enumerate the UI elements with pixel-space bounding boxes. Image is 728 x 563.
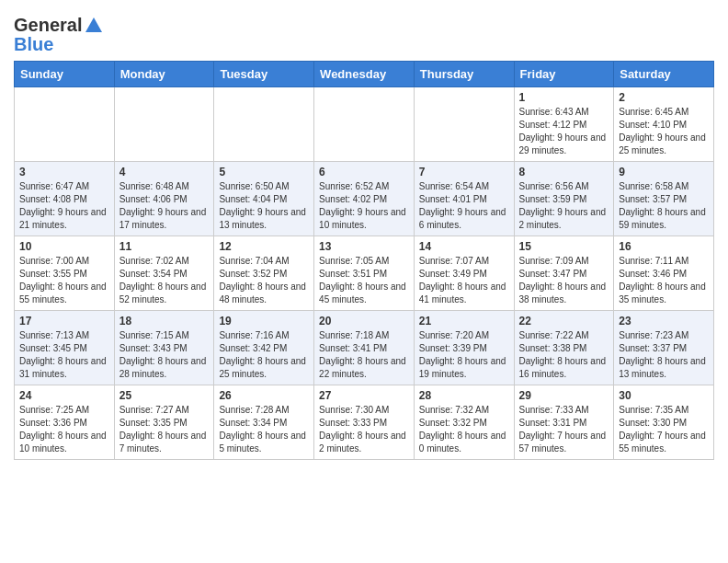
- weekday-header-wednesday: Wednesday: [314, 62, 415, 87]
- calendar-day-16: 16Sunrise: 7:11 AM Sunset: 3:46 PM Dayli…: [614, 236, 714, 311]
- calendar-day-17: 17Sunrise: 7:13 AM Sunset: 3:45 PM Dayli…: [15, 311, 115, 385]
- day-number: 16: [619, 240, 709, 253]
- day-info: Sunrise: 7:05 AM Sunset: 3:51 PM Dayligh…: [319, 255, 409, 306]
- day-number: 12: [219, 240, 309, 253]
- day-info: Sunrise: 6:56 AM Sunset: 3:59 PM Dayligh…: [519, 180, 609, 232]
- calendar-table: SundayMondayTuesdayWednesdayThursdayFrid…: [14, 61, 714, 460]
- day-info: Sunrise: 7:18 AM Sunset: 3:41 PM Dayligh…: [319, 329, 409, 381]
- day-number: 5: [219, 166, 309, 178]
- day-number: 9: [619, 166, 709, 178]
- calendar-day-11: 11Sunrise: 7:02 AM Sunset: 3:54 PM Dayli…: [114, 236, 214, 311]
- day-number: 28: [419, 389, 509, 402]
- calendar-week-row: 3Sunrise: 6:47 AM Sunset: 4:08 PM Daylig…: [15, 162, 714, 236]
- day-number: 10: [19, 240, 109, 253]
- day-number: 25: [119, 389, 210, 402]
- weekday-header-friday: Friday: [514, 62, 614, 87]
- weekday-header-sunday: Sunday: [15, 62, 115, 87]
- day-info: Sunrise: 7:11 AM Sunset: 3:46 PM Dayligh…: [619, 255, 709, 306]
- day-info: Sunrise: 7:28 AM Sunset: 3:34 PM Dayligh…: [219, 404, 309, 455]
- day-number: 8: [519, 166, 609, 178]
- calendar-week-row: 10Sunrise: 7:00 AM Sunset: 3:55 PM Dayli…: [15, 236, 714, 311]
- day-number: 3: [19, 166, 109, 178]
- day-info: Sunrise: 6:43 AM Sunset: 4:12 PM Dayligh…: [519, 106, 609, 157]
- day-info: Sunrise: 6:47 AM Sunset: 4:08 PM Dayligh…: [19, 180, 109, 232]
- weekday-header-tuesday: Tuesday: [214, 62, 314, 87]
- calendar-day-29: 29Sunrise: 7:33 AM Sunset: 3:31 PM Dayli…: [514, 385, 614, 460]
- day-info: Sunrise: 7:07 AM Sunset: 3:49 PM Dayligh…: [419, 255, 509, 306]
- day-info: Sunrise: 6:52 AM Sunset: 4:02 PM Dayligh…: [319, 180, 409, 232]
- day-info: Sunrise: 7:02 AM Sunset: 3:54 PM Dayligh…: [119, 255, 210, 306]
- calendar-day-15: 15Sunrise: 7:09 AM Sunset: 3:47 PM Dayli…: [514, 236, 614, 311]
- logo: General Blue: [14, 9, 104, 55]
- day-number: 13: [319, 240, 409, 253]
- calendar-day-24: 24Sunrise: 7:25 AM Sunset: 3:36 PM Dayli…: [15, 385, 115, 460]
- calendar-week-row: 24Sunrise: 7:25 AM Sunset: 3:36 PM Dayli…: [15, 385, 714, 460]
- day-info: Sunrise: 7:13 AM Sunset: 3:45 PM Dayligh…: [19, 329, 109, 381]
- day-info: Sunrise: 7:23 AM Sunset: 3:37 PM Dayligh…: [619, 329, 709, 381]
- logo-general-text: General: [14, 15, 82, 36]
- day-number: 30: [619, 389, 709, 402]
- day-number: 4: [119, 166, 210, 178]
- day-number: 7: [419, 166, 509, 178]
- day-info: Sunrise: 7:32 AM Sunset: 3:32 PM Dayligh…: [419, 404, 509, 455]
- calendar-day-27: 27Sunrise: 7:30 AM Sunset: 3:33 PM Dayli…: [314, 385, 415, 460]
- weekday-header-monday: Monday: [114, 62, 214, 87]
- day-number: 2: [619, 91, 709, 104]
- calendar-day-5: 5Sunrise: 6:50 AM Sunset: 4:04 PM Daylig…: [214, 162, 314, 236]
- calendar-day-22: 22Sunrise: 7:22 AM Sunset: 3:38 PM Dayli…: [514, 311, 614, 385]
- day-number: 17: [19, 315, 109, 327]
- calendar-empty-cell: [114, 87, 214, 162]
- calendar-day-6: 6Sunrise: 6:52 AM Sunset: 4:02 PM Daylig…: [314, 162, 415, 236]
- calendar-header-row: SundayMondayTuesdayWednesdayThursdayFrid…: [15, 62, 714, 87]
- day-number: 21: [419, 315, 509, 327]
- day-info: Sunrise: 7:22 AM Sunset: 3:38 PM Dayligh…: [519, 329, 609, 381]
- calendar-empty-cell: [214, 87, 314, 162]
- calendar-day-9: 9Sunrise: 6:58 AM Sunset: 3:57 PM Daylig…: [614, 162, 714, 236]
- day-info: Sunrise: 7:20 AM Sunset: 3:39 PM Dayligh…: [419, 329, 509, 381]
- day-number: 15: [519, 240, 609, 253]
- calendar-day-30: 30Sunrise: 7:35 AM Sunset: 3:30 PM Dayli…: [614, 385, 714, 460]
- day-info: Sunrise: 7:33 AM Sunset: 3:31 PM Dayligh…: [519, 404, 609, 455]
- day-info: Sunrise: 7:30 AM Sunset: 3:33 PM Dayligh…: [319, 404, 409, 455]
- day-number: 11: [119, 240, 210, 253]
- day-info: Sunrise: 6:50 AM Sunset: 4:04 PM Dayligh…: [219, 180, 309, 232]
- calendar-day-18: 18Sunrise: 7:15 AM Sunset: 3:43 PM Dayli…: [114, 311, 214, 385]
- day-info: Sunrise: 7:27 AM Sunset: 3:35 PM Dayligh…: [119, 404, 210, 455]
- day-number: 29: [519, 389, 609, 402]
- calendar-week-row: 1Sunrise: 6:43 AM Sunset: 4:12 PM Daylig…: [15, 87, 714, 162]
- day-info: Sunrise: 7:25 AM Sunset: 3:36 PM Dayligh…: [19, 404, 109, 455]
- day-info: Sunrise: 6:45 AM Sunset: 4:10 PM Dayligh…: [619, 106, 709, 157]
- day-info: Sunrise: 6:48 AM Sunset: 4:06 PM Dayligh…: [119, 180, 210, 232]
- calendar-day-14: 14Sunrise: 7:07 AM Sunset: 3:49 PM Dayli…: [414, 236, 514, 311]
- calendar-day-25: 25Sunrise: 7:27 AM Sunset: 3:35 PM Dayli…: [114, 385, 214, 460]
- day-info: Sunrise: 7:35 AM Sunset: 3:30 PM Dayligh…: [619, 404, 709, 455]
- day-info: Sunrise: 7:16 AM Sunset: 3:42 PM Dayligh…: [219, 329, 309, 381]
- day-number: 19: [219, 315, 309, 327]
- day-number: 22: [519, 315, 609, 327]
- day-number: 26: [219, 389, 309, 402]
- calendar-empty-cell: [314, 87, 415, 162]
- day-number: 20: [319, 315, 409, 327]
- calendar-empty-cell: [414, 87, 514, 162]
- day-number: 24: [19, 389, 109, 402]
- day-info: Sunrise: 6:58 AM Sunset: 3:57 PM Dayligh…: [619, 180, 709, 232]
- calendar-day-19: 19Sunrise: 7:16 AM Sunset: 3:42 PM Dayli…: [214, 311, 314, 385]
- calendar-day-23: 23Sunrise: 7:23 AM Sunset: 3:37 PM Dayli…: [614, 311, 714, 385]
- calendar-day-7: 7Sunrise: 6:54 AM Sunset: 4:01 PM Daylig…: [414, 162, 514, 236]
- day-info: Sunrise: 7:00 AM Sunset: 3:55 PM Dayligh…: [19, 255, 109, 306]
- day-number: 23: [619, 315, 709, 327]
- calendar-day-3: 3Sunrise: 6:47 AM Sunset: 4:08 PM Daylig…: [15, 162, 115, 236]
- calendar-day-10: 10Sunrise: 7:00 AM Sunset: 3:55 PM Dayli…: [15, 236, 115, 311]
- svg-marker-0: [85, 17, 102, 32]
- day-info: Sunrise: 6:54 AM Sunset: 4:01 PM Dayligh…: [419, 180, 509, 232]
- calendar-day-2: 2Sunrise: 6:45 AM Sunset: 4:10 PM Daylig…: [614, 87, 714, 162]
- calendar-day-4: 4Sunrise: 6:48 AM Sunset: 4:06 PM Daylig…: [114, 162, 214, 236]
- logo-icon: [84, 16, 104, 36]
- day-info: Sunrise: 7:09 AM Sunset: 3:47 PM Dayligh…: [519, 255, 609, 306]
- calendar-day-28: 28Sunrise: 7:32 AM Sunset: 3:32 PM Dayli…: [414, 385, 514, 460]
- weekday-header-saturday: Saturday: [614, 62, 714, 87]
- day-number: 1: [519, 91, 609, 104]
- calendar-day-20: 20Sunrise: 7:18 AM Sunset: 3:41 PM Dayli…: [314, 311, 415, 385]
- day-number: 6: [319, 166, 409, 178]
- calendar-day-13: 13Sunrise: 7:05 AM Sunset: 3:51 PM Dayli…: [314, 236, 415, 311]
